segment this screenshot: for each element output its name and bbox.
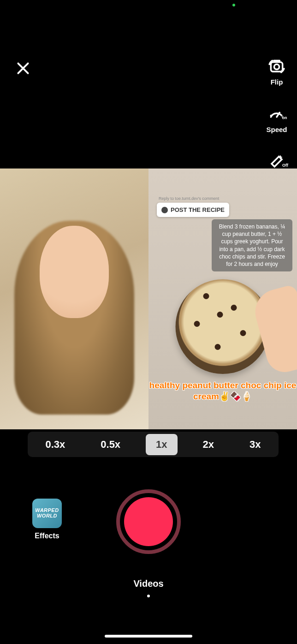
preview-source-pane[interactable]: Reply to toe.turnt.dev's comment POST TH… <box>148 169 297 429</box>
speedometer-icon <box>268 105 285 123</box>
home-indicator[interactable] <box>105 635 192 638</box>
mode-indicator-dot <box>147 595 150 597</box>
speed-button[interactable]: on Speed <box>266 105 287 133</box>
zoom-option[interactable]: 2x <box>193 434 224 455</box>
effects-thumbnail: WARPED WORLD <box>32 499 62 528</box>
zoom-option[interactable]: 3x <box>239 434 271 455</box>
record-button[interactable] <box>116 489 181 554</box>
close-button[interactable] <box>14 60 32 78</box>
capture-mode-selected[interactable]: Videos <box>133 578 163 589</box>
effects-tile-text: WARPED WORLD <box>32 508 62 518</box>
reply-comment-text: POST THE RECIPE <box>171 206 225 213</box>
zoom-option-selected[interactable]: 1x <box>146 434 177 455</box>
zoom-option[interactable]: 0.3x <box>35 434 75 455</box>
flip-icon <box>268 58 285 75</box>
flip-camera-button[interactable]: Flip <box>268 58 285 86</box>
beauty-state-badge: Off <box>281 163 289 168</box>
preview-selfie-pane[interactable] <box>0 169 148 429</box>
selfie-placeholder-face <box>40 226 109 318</box>
effects-button[interactable]: WARPED WORLD Effects <box>32 499 62 540</box>
camera-preview-duet: Reply to toe.turnt.dev's comment POST TH… <box>0 169 297 429</box>
source-video-caption: healthy peanut butter choc chip ice crea… <box>148 380 297 403</box>
speed-state-badge: on <box>281 115 288 120</box>
comment-avatar-icon <box>161 207 168 213</box>
magic-wand-icon <box>268 153 285 170</box>
speed-label: Speed <box>266 126 287 133</box>
recipe-overlay-text: Blend 3 frozen bananas, ¼ cup peanut but… <box>212 219 292 271</box>
close-icon <box>16 61 30 78</box>
reply-comment-chip[interactable]: POST THE RECIPE <box>157 203 229 217</box>
record-icon <box>124 497 173 546</box>
svg-point-3 <box>274 64 279 69</box>
zoom-selector: 0.3x 0.5x 1x 2x 3x <box>28 432 279 457</box>
camera-active-indicator <box>232 4 235 6</box>
reply-context-text: Reply to toe.turnt.dev's comment <box>159 196 219 201</box>
flip-label: Flip <box>271 78 283 86</box>
food-bowl-graphic <box>176 279 270 374</box>
effects-label: Effects <box>35 532 59 540</box>
zoom-option[interactable]: 0.5x <box>90 434 131 455</box>
